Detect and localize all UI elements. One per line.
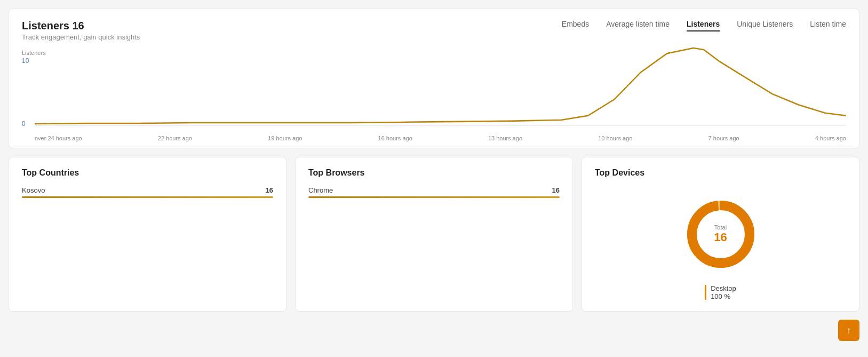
donut-legend-label: Desktop (711, 284, 736, 292)
tab-unique-listeners[interactable]: Unique Listeners (737, 20, 793, 31)
top-countries-title: Top Countries (22, 168, 273, 178)
country-item-0: Kosovo 16 (22, 186, 273, 198)
donut-legend-bar (705, 285, 706, 300)
country-bar-fill-0 (22, 196, 273, 198)
scroll-top-icon: ↑ (847, 325, 851, 336)
x-label-2: 19 hours ago (268, 135, 302, 141)
donut-total-label: Total (714, 224, 727, 231)
y-axis-min: 0 (22, 120, 26, 128)
x-label-5: 10 hours ago (598, 135, 632, 141)
country-label-0: Kosovo (22, 186, 45, 194)
donut-legend-text: Desktop 100 % (711, 284, 736, 300)
chart-svg-wrapper (35, 45, 846, 126)
countries-bar-row: Kosovo 16 (22, 186, 273, 198)
title-block: Listeners 16 Track engagement, gain quic… (22, 20, 140, 41)
tab-average-listen-time[interactable]: Average listen time (606, 20, 670, 31)
browser-label-row-0: Chrome 16 (308, 186, 560, 194)
donut-center: Total 16 (714, 224, 727, 244)
x-label-0: over 24 hours ago (35, 135, 82, 141)
browser-value-0: 16 (552, 186, 560, 194)
top-devices-card: Top Devices Total 16 Desktop 100 % (582, 157, 859, 312)
top-devices-title: Top Devices (595, 168, 644, 178)
chart-svg (35, 45, 846, 126)
x-label-3: 16 hours ago (378, 135, 412, 141)
browser-bar-track-0 (308, 196, 560, 198)
browser-label-0: Chrome (308, 186, 333, 194)
x-label-6: 7 hours ago (708, 135, 739, 141)
donut-chart: Total 16 (683, 197, 758, 272)
page-subtitle: Track engagement, gain quick insights (22, 33, 140, 41)
scroll-top-button[interactable]: ↑ (838, 320, 859, 341)
x-label-7: 4 hours ago (815, 135, 846, 141)
browsers-bar-row: Chrome 16 (308, 186, 560, 198)
nav-tabs: Embeds Average listen time Listeners Uni… (562, 20, 846, 31)
page-title: Listeners 16 (22, 20, 140, 32)
x-label-1: 22 hours ago (158, 135, 192, 141)
tab-listeners[interactable]: Listeners (687, 20, 720, 31)
top-browsers-title: Top Browsers (308, 168, 560, 178)
top-browsers-card: Top Browsers Chrome 16 (295, 157, 573, 312)
bottom-row: Top Countries Kosovo 16 Top Browsers (9, 157, 859, 312)
top-countries-card: Top Countries Kosovo 16 (9, 157, 286, 312)
country-bar-track-0 (22, 196, 273, 198)
x-label-4: 13 hours ago (488, 135, 522, 141)
listeners-chart: Listeners 10 0 over 24 hours ago 22 hour… (22, 45, 846, 141)
donut-legend-pct: 100 % (711, 292, 736, 300)
country-value-0: 16 (266, 186, 273, 194)
y-axis-max: 10 (22, 57, 29, 65)
listeners-chart-card: Listeners 16 Track engagement, gain quic… (9, 9, 859, 148)
donut-total-value: 16 (714, 231, 727, 244)
browser-bar-fill-0 (308, 196, 560, 198)
tab-embeds[interactable]: Embeds (562, 20, 589, 31)
country-label-row-0: Kosovo 16 (22, 186, 273, 194)
x-axis-labels: over 24 hours ago 22 hours ago 19 hours … (35, 135, 846, 141)
card-header: Listeners 16 Track engagement, gain quic… (22, 20, 846, 41)
tab-listen-time[interactable]: Listen time (810, 20, 846, 31)
browser-item-0: Chrome 16 (308, 186, 560, 198)
donut-legend: Desktop 100 % (705, 284, 736, 300)
